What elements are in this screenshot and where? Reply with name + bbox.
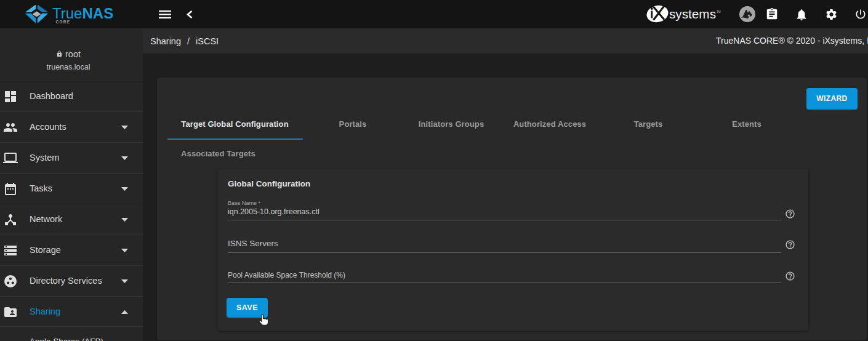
svg-text:systems: systems: [669, 7, 716, 21]
svg-text:TM: TM: [717, 10, 721, 14]
svg-text:CORE: CORE: [56, 20, 71, 24]
svg-text:NAS: NAS: [82, 5, 114, 22]
